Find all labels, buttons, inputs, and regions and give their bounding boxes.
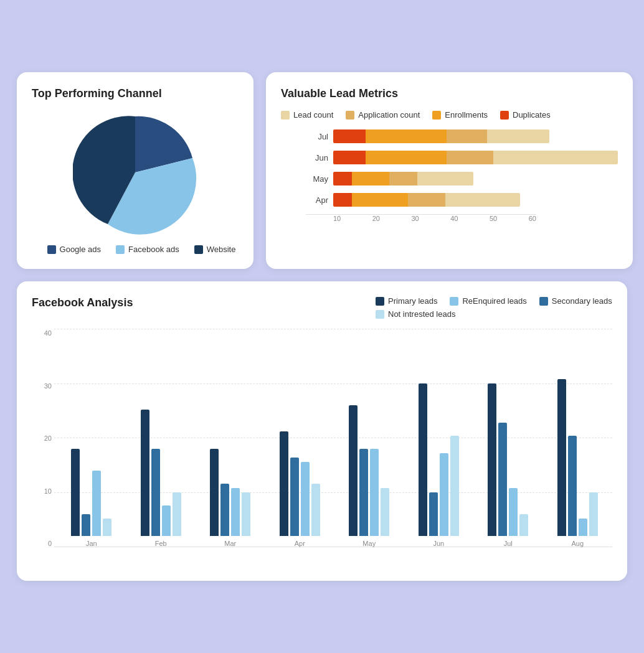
- hbar-row-jun: Jun: [306, 151, 618, 164]
- hbar-row-may: May: [306, 172, 618, 186]
- fb-bar: [381, 488, 389, 536]
- fb-group-bars-jan: [71, 449, 111, 536]
- fb-x-label-mar: Mar: [224, 540, 236, 547]
- y-tick-30: 30: [44, 382, 52, 390]
- fb-group-feb: Feb: [141, 410, 181, 547]
- top-performing-title: Top Performing Channel: [32, 87, 239, 100]
- top-row: Top Performing Channel Google ads: [17, 72, 627, 269]
- facebook-label: Facebook ads: [128, 245, 179, 254]
- pie-container: Google ads Facebook ads Website: [32, 110, 239, 254]
- duplicates-dot: [500, 111, 509, 120]
- fb-bar: [242, 492, 250, 536]
- fb-group-bars-feb: [141, 410, 181, 536]
- y-tick-0: 0: [48, 540, 52, 547]
- google-label: Google ads: [60, 245, 102, 254]
- fb-bar: [359, 449, 368, 536]
- legend-google: Google ads: [47, 245, 102, 254]
- fb-group-bars-aug: [557, 379, 598, 536]
- fb-bar: [440, 453, 448, 536]
- secondary-leads-label: Secondary leads: [552, 296, 612, 306]
- hbar-seg: [447, 151, 493, 164]
- fb-bar: [173, 492, 181, 536]
- fb-bar: [579, 519, 587, 536]
- fb-group-bars-jul: [488, 383, 528, 536]
- top-performing-card: Top Performing Channel Google ads: [17, 72, 253, 269]
- fb-group-mar: Mar: [210, 449, 250, 547]
- hbar-label-apr: Apr: [306, 195, 328, 205]
- duplicates-legend: Duplicates: [500, 110, 551, 120]
- fb-bar: [568, 436, 577, 536]
- x-tick-30: 30: [412, 215, 419, 222]
- hbar-seg: [487, 129, 549, 143]
- fb-bar: [311, 484, 320, 536]
- hbar-track-apr: [333, 193, 520, 207]
- hbar-row-jul: Jul: [306, 129, 618, 143]
- enrollments-legend: Enrollments: [432, 110, 488, 120]
- fb-bar: [519, 514, 528, 536]
- fb-header: Facebook Analysis Primary leads ReEnquir…: [32, 296, 612, 319]
- fb-x-label-jan: Jan: [86, 540, 97, 547]
- y-tick-20: 20: [44, 435, 52, 442]
- hbar-seg: [352, 172, 389, 186]
- hbar-seg: [333, 193, 352, 207]
- facebook-dot: [116, 245, 125, 254]
- fb-bar: [210, 449, 219, 536]
- fb-bar: [220, 484, 229, 536]
- hbar-track-may: [333, 172, 473, 186]
- fb-group-bars-mar: [210, 449, 250, 536]
- hbar-seg: [417, 172, 473, 186]
- fb-group-bars-may: [349, 405, 389, 536]
- fb-y-axis: 0 10 20 30 40: [32, 329, 52, 547]
- fb-x-label-jun: Jun: [433, 540, 444, 547]
- fb-group-aug: Aug: [557, 379, 598, 547]
- fb-group-jun: Jun: [419, 383, 459, 547]
- hbar-seg: [493, 151, 618, 164]
- fb-bar: [141, 410, 149, 536]
- not-interested-leads-dot: [376, 310, 384, 319]
- fb-bar: [509, 488, 518, 536]
- fb-bar: [349, 405, 358, 536]
- fb-x-label-may: May: [362, 540, 376, 547]
- fb-bars-area: Jan Feb: [57, 329, 612, 547]
- reenquired-leads-dot: [450, 297, 458, 306]
- valuable-lead-card: Valuable Lead Metrics Lead count Applica…: [266, 72, 633, 269]
- fb-bar: [557, 379, 566, 536]
- lead-count-dot: [281, 111, 290, 120]
- x-tick-10: 10: [333, 215, 341, 222]
- legend-website: Website: [194, 245, 236, 254]
- enrollments-label: Enrollments: [445, 110, 488, 120]
- hbar-label-jul: Jul: [306, 132, 328, 141]
- lead-count-label: Lead count: [293, 110, 333, 120]
- y-tick-10: 10: [44, 487, 52, 495]
- application-count-legend: Application count: [346, 110, 420, 120]
- hbar-seg: [366, 151, 447, 164]
- reenquired-leads-label: ReEnquired leads: [462, 296, 526, 306]
- fb-bar: [151, 449, 160, 536]
- hbar-label-jun: Jun: [306, 153, 328, 162]
- hbar-xaxis: 10 20 30 40 50 60: [306, 214, 536, 222]
- fb-bar: [92, 471, 101, 536]
- fb-bar: [290, 458, 299, 536]
- fb-bar: [488, 383, 496, 536]
- fb-bar: [301, 462, 310, 536]
- google-dot: [47, 245, 56, 254]
- secondary-leads-dot: [539, 297, 548, 306]
- fb-bar: [103, 519, 111, 536]
- fb-bar: [280, 431, 288, 536]
- fb-bar: [162, 505, 171, 536]
- application-count-dot: [346, 111, 354, 120]
- fb-x-label-apr: Apr: [295, 540, 305, 547]
- hbar-chart: Jul Jun: [281, 129, 618, 222]
- hbar-seg: [445, 193, 520, 207]
- fb-bar: [429, 492, 438, 536]
- not-interested-leads-legend: Not intrested leads: [376, 309, 455, 319]
- reenquired-leads-legend: ReEnquired leads: [450, 296, 526, 306]
- x-tick-60: 60: [529, 215, 536, 222]
- secondary-leads-legend: Secondary leads: [539, 296, 612, 306]
- fb-bar: [498, 423, 507, 536]
- fb-group-apr: Apr: [280, 431, 320, 547]
- primary-leads-legend: Primary leads: [376, 296, 437, 306]
- fb-bar: [231, 488, 240, 536]
- application-count-label: Application count: [358, 110, 420, 120]
- primary-leads-dot: [376, 297, 384, 306]
